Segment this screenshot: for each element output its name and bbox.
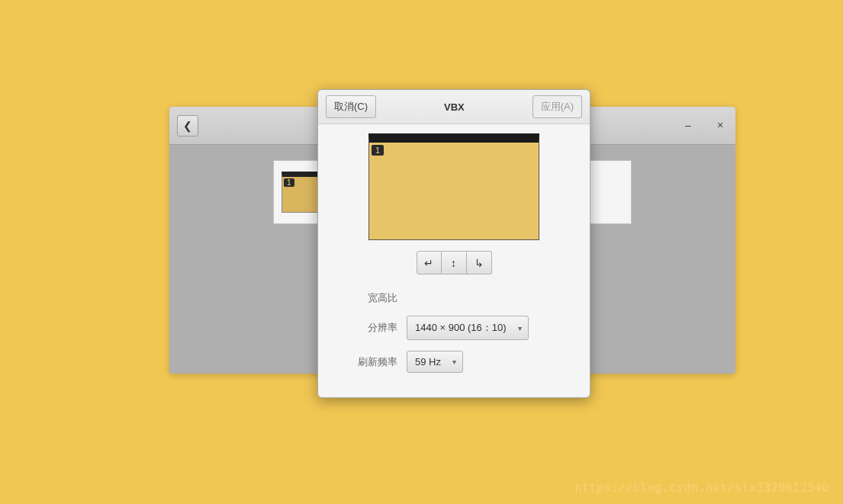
resolution-value: 1440 × 900 (16：10) (415, 321, 507, 335)
rotation-buttons: ↵ ↕ ↳ (333, 251, 574, 274)
dialog-title: VBX (444, 101, 465, 113)
window-controls: – × (682, 119, 726, 131)
dialog-header: 取消(C) VBX 应用(A) (318, 90, 590, 124)
chevron-left-icon: ❮ (183, 120, 192, 132)
rotate-left-button[interactable]: ↵ (417, 251, 442, 274)
cancel-button[interactable]: 取消(C) (326, 95, 376, 118)
display-number-badge: 1 (284, 178, 294, 187)
back-button[interactable]: ❮ (177, 115, 198, 136)
refresh-rate-label: 刷新频率 (333, 355, 407, 369)
display-preview[interactable]: 1 (368, 133, 539, 240)
rotate-right-icon: ↳ (475, 257, 484, 269)
apply-button[interactable]: 应用(A) (533, 95, 582, 118)
refresh-rate-row: 刷新频率 59 Hz (333, 351, 574, 373)
resolution-label: 分辨率 (333, 321, 407, 335)
close-icon: × (717, 119, 723, 131)
aspect-ratio-row: 宽高比 (333, 291, 574, 305)
rotate-right-button[interactable]: ↳ (467, 251, 492, 274)
minimize-button[interactable]: – (682, 119, 694, 131)
resolution-select[interactable]: 1440 × 900 (16：10) (407, 316, 529, 340)
rotate-left-icon: ↵ (424, 257, 433, 269)
rotate-flip-icon: ↕ (451, 257, 456, 269)
refresh-rate-value: 59 Hz (415, 356, 441, 368)
minimize-icon: – (685, 119, 691, 131)
rotate-flip-button[interactable]: ↕ (442, 251, 467, 274)
refresh-rate-select[interactable]: 59 Hz (407, 351, 463, 373)
resolution-row: 分辨率 1440 × 900 (16：10) (333, 316, 574, 340)
watermark-text: https://blog.csdn.net/slx3320612540 (574, 481, 829, 495)
display-number-badge: 1 (372, 145, 384, 156)
display-config-dialog: 取消(C) VBX 应用(A) 1 ↵ ↕ ↳ 宽高比 分辨率 1440 × 9… (317, 89, 590, 398)
close-button[interactable]: × (714, 119, 726, 131)
dialog-body: 1 ↵ ↕ ↳ 宽高比 分辨率 1440 × 900 (16：10) 刷新频率 (318, 124, 590, 397)
aspect-ratio-label: 宽高比 (333, 291, 407, 305)
